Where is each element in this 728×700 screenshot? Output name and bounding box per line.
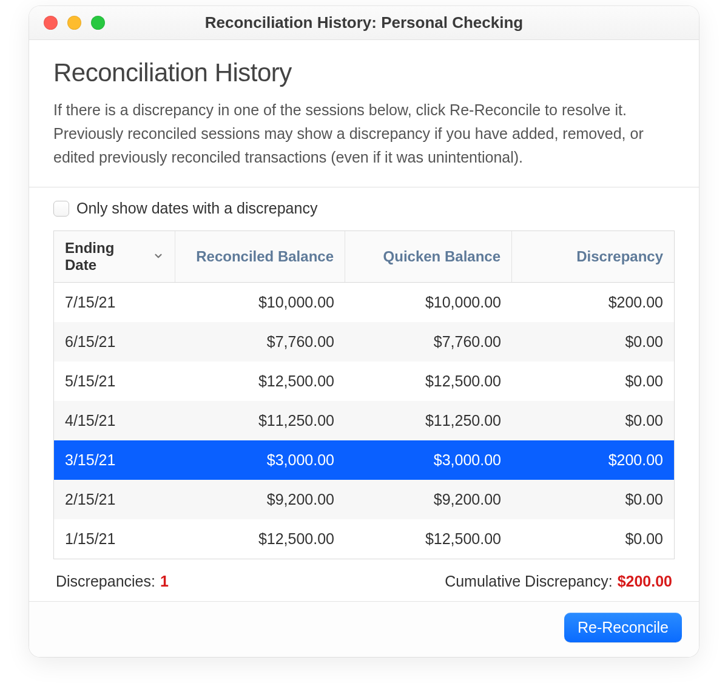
table-row[interactable]: 5/15/21$12,500.00$12,500.00$0.00 (54, 362, 674, 401)
column-header-reconciled-balance[interactable]: Reconciled Balance (175, 231, 345, 282)
table-row[interactable]: 3/15/21$3,000.00$3,000.00$200.00 (54, 440, 674, 480)
column-header-ending-date[interactable]: Ending Date (54, 231, 175, 282)
cell-reconciled-balance: $7,760.00 (175, 322, 345, 362)
column-header-ending-date-label: Ending Date (65, 240, 146, 274)
discrepancies-count: 1 (160, 573, 169, 590)
discrepancies-summary: Discrepancies: 1 (56, 573, 169, 590)
page-heading: Reconciliation History (53, 58, 675, 87)
cell-quicken-balance: $12,500.00 (345, 362, 512, 401)
table-row[interactable]: 6/15/21$7,760.00$7,760.00$0.00 (54, 322, 674, 362)
window-title: Reconciliation History: Personal Checkin… (29, 13, 699, 32)
cell-ending-date: 5/15/21 (54, 362, 175, 401)
reconciliation-table: Ending Date Reconciled Balance Quicken B… (53, 231, 675, 559)
re-reconcile-button[interactable]: Re-Reconcile (564, 613, 682, 642)
cell-quicken-balance: $3,000.00 (345, 440, 512, 480)
reconciliation-history-window: Reconciliation History: Personal Checkin… (29, 6, 699, 657)
cell-ending-date: 2/15/21 (54, 480, 175, 519)
cell-discrepancy: $200.00 (512, 440, 674, 480)
filter-row: Only show dates with a discrepancy (53, 200, 675, 217)
footer: Re-Reconcile (29, 601, 699, 657)
cell-reconciled-balance: $12,500.00 (175, 519, 345, 559)
cell-reconciled-balance: $3,000.00 (175, 440, 345, 480)
cell-reconciled-balance: $11,250.00 (175, 401, 345, 440)
cumulative-discrepancy-value: $200.00 (618, 573, 672, 590)
only-discrepancies-checkbox[interactable] (53, 201, 69, 217)
header-section: Reconciliation History If there is a dis… (29, 40, 699, 187)
cell-ending-date: 3/15/21 (54, 440, 175, 480)
only-discrepancies-label: Only show dates with a discrepancy (76, 200, 317, 217)
cell-reconciled-balance: $10,000.00 (175, 283, 345, 322)
cell-discrepancy: $0.00 (512, 480, 674, 519)
table-header-row: Ending Date Reconciled Balance Quicken B… (54, 231, 674, 283)
summary-row: Discrepancies: 1 Cumulative Discrepancy:… (53, 559, 675, 595)
cell-discrepancy: $0.00 (512, 322, 674, 362)
column-header-discrepancy-label: Discrepancy (576, 248, 663, 265)
column-header-quicken-balance-label: Quicken Balance (383, 248, 500, 265)
cell-discrepancy: $0.00 (512, 401, 674, 440)
table-row[interactable]: 7/15/21$10,000.00$10,000.00$200.00 (54, 283, 674, 322)
cell-ending-date: 1/15/21 (54, 519, 175, 559)
cell-quicken-balance: $11,250.00 (345, 401, 512, 440)
page-description: If there is a discrepancy in one of the … (53, 98, 675, 169)
cell-quicken-balance: $10,000.00 (345, 283, 512, 322)
column-header-quicken-balance[interactable]: Quicken Balance (345, 231, 512, 282)
discrepancies-label: Discrepancies: (56, 573, 155, 590)
cell-ending-date: 6/15/21 (54, 322, 175, 362)
cell-discrepancy: $0.00 (512, 519, 674, 559)
cell-quicken-balance: $12,500.00 (345, 519, 512, 559)
table-row[interactable]: 1/15/21$12,500.00$12,500.00$0.00 (54, 519, 674, 559)
cumulative-discrepancy-label: Cumulative Discrepancy: (445, 573, 613, 590)
cell-quicken-balance: $9,200.00 (345, 480, 512, 519)
chevron-down-icon (153, 248, 164, 265)
column-header-reconciled-balance-label: Reconciled Balance (196, 248, 334, 265)
cell-reconciled-balance: $9,200.00 (175, 480, 345, 519)
cell-discrepancy: $0.00 (512, 362, 674, 401)
cell-quicken-balance: $7,760.00 (345, 322, 512, 362)
table-row[interactable]: 4/15/21$11,250.00$11,250.00$0.00 (54, 401, 674, 440)
cumulative-discrepancy-summary: Cumulative Discrepancy: $200.00 (445, 573, 672, 590)
cell-ending-date: 7/15/21 (54, 283, 175, 322)
table-row[interactable]: 2/15/21$9,200.00$9,200.00$0.00 (54, 480, 674, 519)
body-section: Only show dates with a discrepancy Endin… (29, 187, 699, 601)
titlebar: Reconciliation History: Personal Checkin… (29, 6, 699, 40)
cell-discrepancy: $200.00 (512, 283, 674, 322)
cell-ending-date: 4/15/21 (54, 401, 175, 440)
table-body: 7/15/21$10,000.00$10,000.00$200.006/15/2… (54, 283, 674, 559)
column-header-discrepancy[interactable]: Discrepancy (512, 231, 674, 282)
cell-reconciled-balance: $12,500.00 (175, 362, 345, 401)
